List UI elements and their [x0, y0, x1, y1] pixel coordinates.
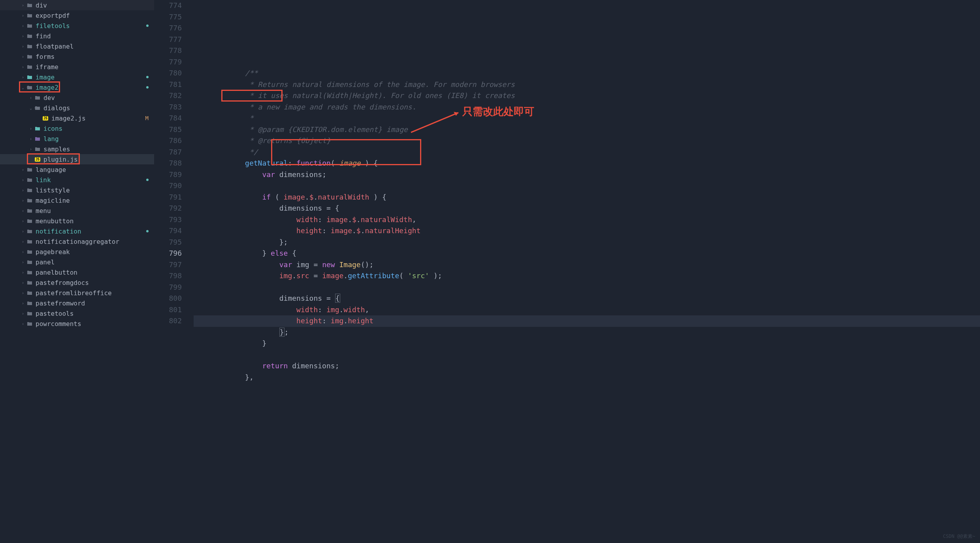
- code-line[interactable]: * Returns natural dimensions of the imag…: [194, 79, 980, 90]
- code-line[interactable]: if ( image.$.naturalWidth ) {: [194, 192, 980, 203]
- tree-item-pagebreak[interactable]: ›pagebreak: [0, 247, 154, 257]
- code-line[interactable]: /**: [194, 68, 980, 79]
- chevron-right-icon[interactable]: ›: [20, 301, 26, 305]
- tree-item-pastefromword[interactable]: ›pastefromword: [0, 298, 154, 308]
- code-line[interactable]: [194, 383, 980, 394]
- code-line[interactable]: },: [194, 372, 980, 383]
- code-line[interactable]: };: [194, 327, 980, 338]
- code-line[interactable]: [194, 349, 980, 361]
- chevron-right-icon[interactable]: ›: [20, 65, 26, 69]
- code-line[interactable]: *: [194, 113, 980, 124]
- chevron-right-icon[interactable]: ›: [20, 219, 26, 223]
- tree-item-label: language: [36, 166, 66, 173]
- chevron-right-icon[interactable]: ›: [20, 260, 26, 264]
- tree-item-panel[interactable]: ›panel: [0, 257, 154, 267]
- chevron-right-icon[interactable]: ›: [20, 209, 26, 213]
- chevron-right-icon[interactable]: ›: [20, 291, 26, 295]
- chevron-right-icon[interactable]: ›: [20, 311, 26, 316]
- chevron-right-icon[interactable]: ›: [20, 44, 26, 49]
- tree-item-label: link: [36, 176, 51, 184]
- code-line[interactable]: dimensions = {: [194, 293, 980, 304]
- tree-item-panelbutton[interactable]: ›panelbutton: [0, 267, 154, 277]
- chevron-right-icon[interactable]: ›: [28, 147, 34, 151]
- code-line[interactable]: * a new image and reads the dimensions.: [194, 102, 980, 113]
- tree-item-notification[interactable]: ›notification: [0, 226, 154, 236]
- code-line[interactable]: var img = new Image();: [194, 259, 980, 271]
- tree-item-pastetools[interactable]: ›pastetools: [0, 308, 154, 319]
- chevron-right-icon[interactable]: ›: [20, 55, 26, 59]
- chevron-right-icon[interactable]: ›: [28, 137, 34, 141]
- chevron-right-icon[interactable]: ›: [20, 229, 26, 234]
- chevron-right-icon[interactable]: ›: [20, 75, 26, 79]
- tree-item-samples[interactable]: ›samples: [0, 144, 154, 154]
- highlight-box-getnatural: [221, 90, 283, 102]
- chevron-right-icon[interactable]: ›: [20, 270, 26, 275]
- chevron-right-icon[interactable]: ›: [20, 322, 26, 326]
- chevron-right-icon[interactable]: ›: [20, 13, 26, 18]
- code-line[interactable]: height: img.height: [194, 315, 980, 327]
- tree-item-label: menubutton: [36, 217, 74, 225]
- code-line[interactable]: * it uses natural(Width|Height). For old…: [194, 90, 980, 102]
- tree-item-powrcomments[interactable]: ›powrcomments: [0, 319, 154, 329]
- tree-item-link[interactable]: ›link: [0, 175, 154, 185]
- tree-item-notificationaggregator[interactable]: ›notificationaggregator: [0, 236, 154, 247]
- tree-item-menubutton[interactable]: ›menubutton: [0, 216, 154, 226]
- tree-item-magicline[interactable]: ›magicline: [0, 195, 154, 206]
- tree-item-icons[interactable]: ›icons: [0, 123, 154, 134]
- tree-item-lang[interactable]: ›lang: [0, 134, 154, 144]
- tree-item-plugin-js[interactable]: JSplugin.js: [0, 154, 154, 164]
- code-line[interactable]: dimensions = {: [194, 203, 980, 214]
- tree-item-pastefromlibreoffice[interactable]: ›pastefromlibreoffice: [0, 288, 154, 298]
- chevron-right-icon[interactable]: ›: [20, 178, 26, 182]
- tree-item-floatpanel[interactable]: ›floatpanel: [0, 41, 154, 51]
- tree-item-label: find: [36, 32, 51, 40]
- tree-item-exportpdf[interactable]: ›exportpdf: [0, 10, 154, 21]
- code-line[interactable]: width: img.width,: [194, 304, 980, 316]
- code-line[interactable]: };: [194, 237, 980, 248]
- chevron-right-icon[interactable]: ›: [20, 24, 26, 28]
- chevron-right-icon[interactable]: ›: [20, 188, 26, 192]
- tree-item-image[interactable]: ›image: [0, 72, 154, 82]
- tree-item-iframe[interactable]: ›iframe: [0, 62, 154, 72]
- code-line[interactable]: [194, 180, 980, 192]
- code-editor[interactable]: 7747757767777787797807817827837847857867…: [154, 0, 980, 543]
- chevron-right-icon[interactable]: ›: [20, 198, 26, 203]
- code-line[interactable]: } else {: [194, 248, 980, 259]
- tree-item-label: pastefromgdocs: [36, 279, 89, 287]
- code-line[interactable]: width: image.$.naturalWidth,: [194, 214, 980, 226]
- tree-item-filetools[interactable]: ›filetools: [0, 21, 154, 31]
- code-line[interactable]: img.src = image.getAttribute( 'src' );: [194, 270, 980, 282]
- tree-item-language[interactable]: ›language: [0, 164, 154, 175]
- code-line[interactable]: return dimensions;: [194, 360, 980, 372]
- tree-item-image2[interactable]: ⌄image2: [0, 82, 154, 92]
- chevron-right-icon[interactable]: ›: [20, 168, 26, 172]
- chevron-right-icon[interactable]: ›: [20, 250, 26, 254]
- code-line[interactable]: }: [194, 338, 980, 349]
- tree-item-dev[interactable]: ›dev: [0, 92, 154, 103]
- chevron-right-icon[interactable]: ›: [28, 126, 34, 131]
- file-explorer-sidebar[interactable]: ›div›exportpdf›filetools›find›floatpanel…: [0, 0, 154, 543]
- tree-item-label: iframe: [36, 63, 58, 71]
- chevron-right-icon[interactable]: ›: [20, 3, 26, 8]
- tree-item-label: pastefromword: [36, 300, 85, 307]
- tree-item-liststyle[interactable]: ›liststyle: [0, 185, 154, 195]
- code-line[interactable]: height: image.$.naturalHeight: [194, 225, 980, 237]
- chevron-right-icon[interactable]: ›: [20, 281, 26, 285]
- tree-item-pastefromgdocs[interactable]: ›pastefromgdocs: [0, 277, 154, 288]
- chevron-right-icon[interactable]: ›: [28, 96, 34, 100]
- tree-item-dialogs[interactable]: ⌄dialogs: [0, 103, 154, 113]
- chevron-down-icon[interactable]: ⌄: [28, 106, 34, 110]
- code-content[interactable]: 只需改此处即可 /** * Returns natural dimensions…: [194, 0, 980, 543]
- tree-item-forms[interactable]: ›forms: [0, 51, 154, 62]
- code-line[interactable]: [194, 282, 980, 293]
- highlight-box: [19, 81, 60, 92]
- tree-item-menu[interactable]: ›menu: [0, 206, 154, 216]
- tree-item-image2-js[interactable]: JSimage2.jsM: [0, 113, 154, 123]
- code-line[interactable]: * @param {CKEDITOR.dom.element} image: [194, 124, 980, 136]
- tree-item-find[interactable]: ›find: [0, 31, 154, 41]
- line-number: 778: [154, 45, 182, 57]
- chevron-right-icon[interactable]: ›: [20, 34, 26, 38]
- chevron-right-icon[interactable]: ›: [20, 239, 26, 244]
- code-line[interactable]: var dimensions;: [194, 169, 980, 181]
- tree-item-div[interactable]: ›div: [0, 0, 154, 10]
